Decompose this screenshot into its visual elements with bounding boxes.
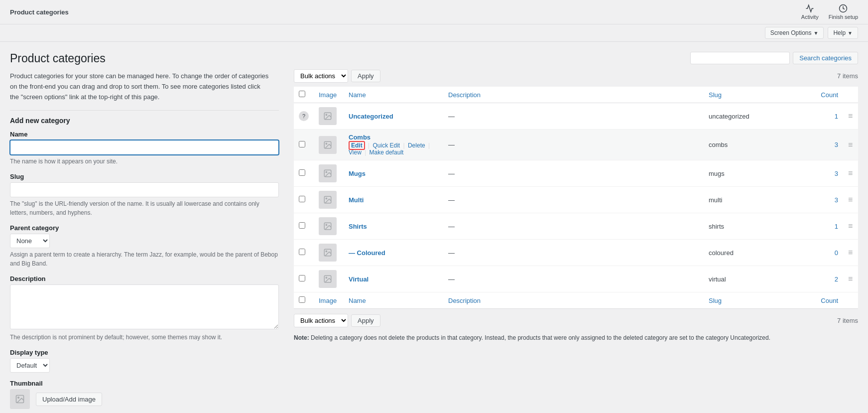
table-row: Virtual — virtual 2 ≡ — [294, 266, 858, 292]
row-name-link[interactable]: — Coloured — [349, 249, 385, 257]
upload-image-button[interactable]: Upload/Add image — [36, 393, 102, 406]
finish-setup-button[interactable]: Finish setup — [829, 4, 858, 20]
row-count-link[interactable]: 2 — [835, 275, 838, 283]
row-count-link[interactable]: 1 — [835, 223, 838, 230]
drag-handle[interactable]: ≡ — [848, 112, 853, 120]
apply-button-top[interactable]: Apply — [351, 70, 380, 82]
row-description: — — [443, 160, 704, 187]
help-icon[interactable]: ? — [299, 111, 309, 121]
svg-point-10 — [326, 198, 327, 199]
row-description: — — [443, 266, 704, 292]
row-checkbox[interactable] — [299, 169, 305, 176]
page-title: Product categories — [10, 52, 279, 65]
description-hint: The description is not prominent by defa… — [10, 333, 279, 342]
slug-input[interactable] — [10, 182, 279, 197]
delete-link[interactable]: Delete — [408, 142, 425, 149]
thumbnail-placeholder — [10, 389, 30, 409]
row-checkbox[interactable] — [299, 249, 305, 255]
help-button[interactable]: Help ▼ — [828, 27, 858, 39]
col-footer-count: Count — [803, 292, 843, 309]
description-textarea[interactable] — [10, 284, 279, 329]
name-hint: The name is how it appears on your site. — [10, 157, 279, 166]
activity-icon — [805, 4, 814, 13]
row-checkbox[interactable] — [299, 196, 305, 202]
row-name-link[interactable]: Uncategorized — [349, 113, 393, 120]
quick-edit-link[interactable]: Quick Edit — [372, 142, 400, 149]
display-type-label: Display type — [10, 349, 279, 356]
svg-point-2 — [18, 397, 19, 399]
row-checkbox[interactable] — [299, 275, 305, 281]
row-name-link[interactable]: Mugs — [349, 170, 366, 177]
row-description: — — [443, 130, 704, 160]
table-row: Multi — multi 3 ≡ — [294, 187, 858, 213]
activity-button[interactable]: Activity — [801, 4, 819, 20]
row-description: — — [443, 240, 704, 266]
image-placeholder — [319, 191, 337, 209]
svg-point-6 — [326, 143, 327, 144]
chevron-down-icon-help: ▼ — [848, 30, 853, 36]
display-type-select[interactable]: Default — [10, 358, 50, 373]
row-count-link[interactable]: 3 — [835, 170, 838, 177]
col-header-image: Image — [314, 87, 344, 103]
search-input[interactable] — [690, 52, 790, 64]
svg-point-8 — [326, 171, 327, 172]
chevron-down-icon: ▼ — [814, 30, 819, 36]
row-actions: Edit | Quick Edit | Delete | View | Make… — [349, 142, 438, 156]
row-description: — — [443, 187, 704, 213]
select-all-checkbox-top[interactable] — [299, 91, 305, 97]
parent-label: Parent category — [10, 224, 279, 232]
add-category-section-title: Add new category — [10, 110, 279, 125]
row-name-link[interactable]: Shirts — [349, 223, 367, 230]
row-count-link[interactable]: 3 — [835, 196, 838, 204]
drag-handle[interactable]: ≡ — [848, 169, 853, 177]
screen-options-button[interactable]: Screen Options ▼ — [765, 27, 824, 39]
row-count-link[interactable]: 1 — [835, 113, 838, 120]
drag-handle[interactable]: ≡ — [848, 140, 853, 149]
col-header-count: Count — [803, 87, 843, 103]
row-description: — — [443, 103, 704, 130]
image-placeholder — [319, 164, 337, 182]
apply-button-bottom[interactable]: Apply — [351, 314, 380, 327]
image-placeholder — [319, 136, 337, 154]
col-header-description: Description — [443, 87, 704, 103]
row-name-link[interactable]: Multi — [349, 196, 364, 204]
categories-table: Image Name Description Slug Count ? Unca… — [294, 87, 858, 309]
col-footer-name: Name — [344, 292, 443, 309]
info-text: Product categories for your store can be… — [10, 71, 269, 102]
image-placeholder — [319, 244, 337, 262]
col-footer-image: Image — [314, 292, 344, 309]
drag-handle[interactable]: ≡ — [848, 222, 853, 230]
parent-hint: Assign a parent term to create a hierarc… — [10, 250, 279, 268]
row-name-link[interactable]: Combs — [349, 134, 371, 141]
row-slug: mugs — [704, 160, 803, 187]
drag-handle[interactable]: ≡ — [848, 275, 853, 283]
svg-point-12 — [326, 224, 327, 225]
bulk-actions-select-top[interactable]: Bulk actions — [294, 69, 348, 83]
slug-hint: The "slug" is the URL-friendly version o… — [10, 199, 279, 217]
image-placeholder — [319, 217, 337, 235]
row-slug: coloured — [704, 240, 803, 266]
note-section: Note: Deleting a category does not delet… — [294, 333, 858, 343]
parent-select[interactable]: None — [10, 234, 50, 248]
table-row: — Coloured — coloured 0 ≡ — [294, 240, 858, 266]
view-link[interactable]: View — [349, 149, 362, 156]
search-categories-button[interactable]: Search categories — [793, 52, 858, 64]
row-count-link[interactable]: 0 — [835, 249, 838, 257]
slug-label: Slug — [10, 173, 279, 180]
row-checkbox[interactable] — [299, 222, 305, 229]
row-checkbox[interactable] — [299, 141, 305, 147]
row-slug: combs — [704, 130, 803, 160]
name-input[interactable] — [10, 140, 279, 155]
image-placeholder — [319, 270, 337, 288]
select-all-checkbox-bottom[interactable] — [299, 296, 305, 303]
row-slug: uncategorized — [704, 103, 803, 130]
svg-point-16 — [326, 277, 327, 278]
row-name-link[interactable]: Virtual — [349, 275, 369, 283]
drag-handle[interactable]: ≡ — [848, 195, 853, 204]
row-count-link[interactable]: 3 — [835, 141, 838, 148]
item-count-bottom: 7 items — [837, 317, 858, 324]
drag-handle[interactable]: ≡ — [848, 248, 853, 257]
row-slug: shirts — [704, 213, 803, 240]
bulk-actions-select-bottom[interactable]: Bulk actions — [294, 314, 348, 327]
make-default-link[interactable]: Make default — [370, 149, 404, 156]
